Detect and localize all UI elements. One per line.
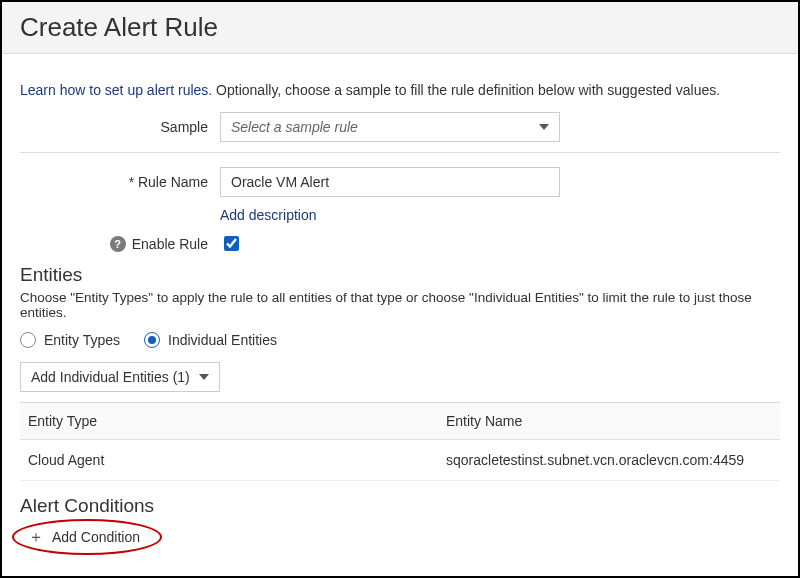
entities-radio-group: Entity Types Individual Entities	[20, 332, 780, 348]
radio-individual-label: Individual Entities	[168, 332, 277, 348]
chevron-down-icon	[199, 374, 209, 380]
page-title: Create Alert Rule	[20, 12, 780, 43]
add-individual-entities-select[interactable]: Add Individual Entities (1)	[20, 362, 220, 392]
intro-rest: . Optionally, choose a sample to fill th…	[208, 82, 720, 98]
entities-desc: Choose "Entity Types" to apply the rule …	[20, 290, 780, 320]
titlebar: Create Alert Rule	[2, 2, 798, 54]
learn-link[interactable]: Learn how to set up alert rules	[20, 82, 208, 98]
alert-conditions-title: Alert Conditions	[20, 495, 780, 517]
chevron-down-icon	[539, 124, 549, 130]
intro-text: Learn how to set up alert rules. Optiona…	[20, 82, 780, 98]
add-condition-wrap: ＋ Add Condition	[20, 525, 148, 549]
col-entity-name: Entity Name	[438, 403, 780, 440]
content-area: Learn how to set up alert rules. Optiona…	[2, 54, 798, 559]
plus-icon: ＋	[28, 529, 44, 545]
help-icon[interactable]: ?	[110, 236, 126, 252]
entities-title: Entities	[20, 264, 780, 286]
sample-label: Sample	[20, 119, 220, 135]
rule-name-label: Rule Name	[20, 174, 220, 190]
col-entity-type: Entity Type	[20, 403, 438, 440]
rule-name-row: Rule Name	[20, 167, 780, 197]
add-description-link[interactable]: Add description	[220, 207, 317, 223]
add-condition-button[interactable]: ＋ Add Condition	[20, 525, 148, 549]
radio-icon	[20, 332, 36, 348]
enable-rule-label: Enable Rule	[132, 236, 208, 252]
table-row: Cloud Agent sqoracletestinst.subnet.vcn.…	[20, 440, 780, 481]
radio-entity-types[interactable]: Entity Types	[20, 332, 120, 348]
create-alert-rule-window: Create Alert Rule Learn how to set up al…	[0, 0, 800, 578]
radio-icon	[144, 332, 160, 348]
cell-entity-name: sqoracletestinst.subnet.vcn.oraclevcn.co…	[438, 440, 780, 481]
entities-table: Entity Type Entity Name Cloud Agent sqor…	[20, 402, 780, 481]
sample-select[interactable]: Select a sample rule	[220, 112, 560, 142]
sample-row: Sample Select a sample rule	[20, 112, 780, 142]
radio-individual-entities[interactable]: Individual Entities	[144, 332, 277, 348]
add-description-row: Add description	[20, 207, 780, 223]
rule-name-input[interactable]	[220, 167, 560, 197]
add-condition-label: Add Condition	[52, 529, 140, 545]
enable-rule-row: ? Enable Rule	[20, 233, 780, 254]
enable-rule-checkbox[interactable]	[224, 236, 239, 251]
radio-entity-types-label: Entity Types	[44, 332, 120, 348]
sample-placeholder: Select a sample rule	[231, 119, 358, 135]
add-entities-label: Add Individual Entities (1)	[31, 369, 190, 385]
separator	[20, 152, 780, 153]
cell-entity-type: Cloud Agent	[20, 440, 438, 481]
